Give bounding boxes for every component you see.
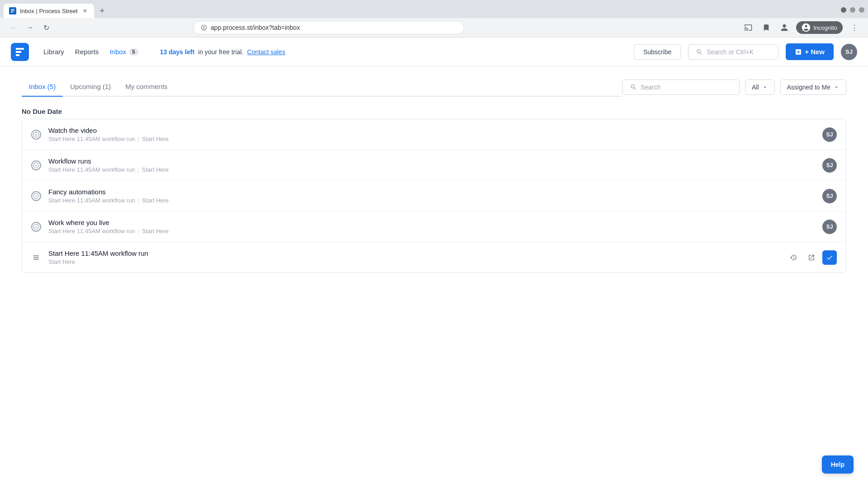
workflow-actions bbox=[786, 250, 837, 265]
bookmark-icon[interactable] bbox=[760, 21, 773, 34]
table-row[interactable]: Workflow runs Start Here 11:45AM workflo… bbox=[22, 150, 846, 181]
avatar: SJ bbox=[822, 189, 837, 203]
header-right: Subscribe Search or Ctrl+K + New SJ bbox=[634, 43, 857, 60]
section-title: No Due Date bbox=[22, 108, 846, 115]
task-list: Watch the video Start Here 11:45AM workf… bbox=[22, 119, 846, 273]
header-search-placeholder: Search or Ctrl+K bbox=[707, 48, 754, 56]
workflow-icon bbox=[31, 253, 41, 263]
contact-sales-link[interactable]: Contact sales bbox=[247, 48, 285, 56]
workflow-info: Start Here 11:45AM workflow run Start He… bbox=[48, 249, 779, 265]
trial-banner: 13 days left in your free trial. Contact… bbox=[160, 48, 285, 56]
reload-button[interactable]: ↻ bbox=[40, 21, 52, 34]
inbox-tabs: Inbox (5) Upcoming (1) My comments bbox=[22, 77, 622, 97]
main-content: Inbox (5) Upcoming (1) My comments Searc… bbox=[0, 66, 868, 284]
incognito-badge[interactable]: Incognito bbox=[796, 21, 843, 34]
logo[interactable] bbox=[11, 43, 29, 61]
assigned-to-me-label: Assigned to Me bbox=[787, 84, 831, 91]
svg-point-3 bbox=[33, 224, 39, 230]
menu-icon[interactable]: ⋮ bbox=[848, 21, 861, 34]
inbox-badge: Inbox 5 bbox=[109, 48, 138, 56]
tab-upcoming[interactable]: Upcoming (1) bbox=[63, 77, 118, 97]
tab-favicon bbox=[9, 7, 16, 14]
search-filter-placeholder: Search bbox=[641, 84, 660, 91]
history-icon[interactable] bbox=[786, 250, 801, 265]
main-nav: Library Reports Inbox 5 bbox=[43, 46, 138, 57]
task-title-2: Workflow runs bbox=[48, 157, 815, 165]
task-check-3[interactable] bbox=[31, 191, 41, 201]
maximize-button[interactable] bbox=[850, 7, 855, 13]
new-tab-button[interactable]: + bbox=[96, 5, 108, 17]
task-info-3: Fancy automations Start Here 11:45AM wor… bbox=[48, 188, 815, 204]
inbox-nav-link[interactable]: Inbox 5 bbox=[109, 46, 138, 57]
subscribe-button[interactable]: Subscribe bbox=[634, 44, 681, 60]
close-window-button[interactable] bbox=[859, 7, 864, 13]
task-meta-3: Start Here 11:45AM workflow run | Start … bbox=[48, 197, 815, 204]
task-title-1: Watch the video bbox=[48, 127, 815, 134]
minimize-button[interactable] bbox=[841, 7, 846, 13]
avatar: SJ bbox=[822, 127, 837, 142]
new-button[interactable]: + New bbox=[786, 43, 834, 60]
table-row[interactable]: Work where you live Start Here 11:45AM w… bbox=[22, 211, 846, 242]
task-info-4: Work where you live Start Here 11:45AM w… bbox=[48, 219, 815, 235]
svg-point-0 bbox=[33, 132, 39, 137]
table-row[interactable]: Watch the video Start Here 11:45AM workf… bbox=[22, 119, 846, 150]
task-check-2[interactable] bbox=[31, 160, 41, 170]
task-check-4[interactable] bbox=[31, 222, 41, 232]
task-info-2: Workflow runs Start Here 11:45AM workflo… bbox=[48, 157, 815, 173]
external-link-icon[interactable] bbox=[804, 250, 819, 265]
url-text: app.process.st/inbox?tab=inbox bbox=[211, 24, 457, 31]
inbox-count-badge: 5 bbox=[129, 48, 138, 56]
filter-all-dropdown[interactable]: All bbox=[745, 80, 775, 95]
filter-row: Search All Assigned to Me bbox=[622, 80, 846, 95]
svg-point-2 bbox=[33, 193, 39, 199]
table-row[interactable]: Fancy automations Start Here 11:45AM wor… bbox=[22, 181, 846, 211]
task-check-1[interactable] bbox=[31, 130, 41, 140]
tab-my-comments[interactable]: My comments bbox=[118, 77, 175, 97]
complete-workflow-button[interactable] bbox=[822, 250, 837, 265]
tab-close-button[interactable]: ✕ bbox=[81, 7, 89, 14]
task-meta-1: Start Here 11:45AM workflow run | Start … bbox=[48, 136, 815, 142]
table-row[interactable]: Start Here 11:45AM workflow run Start He… bbox=[22, 242, 846, 272]
task-meta-2: Start Here 11:45AM workflow run | Start … bbox=[48, 166, 815, 173]
browser-tab[interactable]: Inbox | Process Street ✕ bbox=[4, 4, 94, 18]
avatar: SJ bbox=[822, 220, 837, 234]
svg-point-1 bbox=[33, 163, 39, 168]
back-button[interactable]: ← bbox=[7, 21, 20, 34]
workflow-title: Start Here 11:45AM workflow run bbox=[48, 249, 779, 257]
avatar: SJ bbox=[822, 158, 837, 173]
header-search-button[interactable]: Search or Ctrl+K bbox=[688, 44, 778, 60]
task-title-3: Fancy automations bbox=[48, 188, 815, 196]
incognito-label: Incognito bbox=[813, 24, 837, 31]
profile-icon[interactable] bbox=[778, 21, 791, 34]
inbox-search-input[interactable]: Search bbox=[622, 80, 740, 95]
workflow-meta: Start Here bbox=[48, 258, 779, 265]
assigned-to-me-dropdown[interactable]: Assigned to Me bbox=[780, 80, 847, 95]
task-info-1: Watch the video Start Here 11:45AM workf… bbox=[48, 127, 815, 142]
trial-normal-text: in your free trial. bbox=[198, 48, 243, 56]
tab-inbox[interactable]: Inbox (5) bbox=[22, 77, 63, 97]
forward-button[interactable]: → bbox=[24, 21, 36, 34]
address-bar[interactable]: app.process.st/inbox?tab=inbox bbox=[193, 21, 464, 34]
trial-bold-text: 13 days left bbox=[160, 48, 194, 56]
tab-title: Inbox | Process Street bbox=[20, 8, 78, 14]
filter-all-label: All bbox=[752, 84, 759, 91]
app-header: Library Reports Inbox 5 13 days left in … bbox=[0, 38, 868, 66]
new-button-label: + New bbox=[805, 48, 825, 56]
cast-icon[interactable] bbox=[742, 21, 755, 34]
user-avatar[interactable]: SJ bbox=[841, 44, 857, 60]
task-meta-4: Start Here 11:45AM workflow run | Start … bbox=[48, 228, 815, 235]
library-nav-link[interactable]: Library bbox=[43, 46, 64, 57]
reports-nav-link[interactable]: Reports bbox=[75, 46, 99, 57]
task-title-4: Work where you live bbox=[48, 219, 815, 226]
